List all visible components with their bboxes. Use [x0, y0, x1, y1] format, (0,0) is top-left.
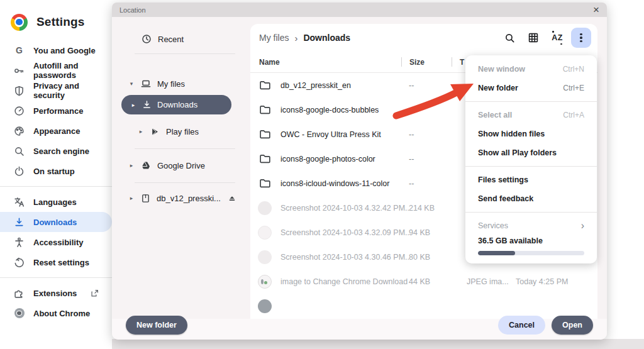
menu-label: Files settings — [478, 175, 528, 184]
sidebar-item-google-drive[interactable]: ▸ Google Drive — [128, 156, 205, 175]
nav-label: Performance — [33, 106, 83, 116]
sidebar-item-autofill[interactable]: Autofill and passwords — [0, 60, 112, 80]
more-options-button[interactable] — [571, 28, 591, 48]
column-header-size[interactable]: Size — [409, 58, 452, 67]
sidebar-item-recent[interactable]: Recent — [142, 30, 184, 48]
file-size: 44 KB — [409, 277, 467, 286]
file-name: icons8-google-photos-color — [280, 155, 409, 163]
folder-icon — [258, 177, 272, 191]
folder-icon — [258, 103, 272, 117]
nav-label: Languages — [33, 197, 77, 207]
file-size: 80 KB — [409, 253, 467, 262]
search-button[interactable] — [499, 28, 519, 48]
nav-label: Accessibility — [33, 238, 84, 247]
sidebar-item-languages[interactable]: Languages — [0, 192, 112, 212]
new-folder-button[interactable]: New folder — [126, 316, 187, 335]
clock-icon — [142, 34, 152, 44]
sidebar-label: db_v12_presski... — [157, 194, 221, 203]
menu-item-services[interactable]: Services › — [465, 216, 597, 235]
open-button[interactable]: Open — [552, 316, 593, 335]
nav-label: Autofill and passwords — [33, 61, 112, 80]
storage-bar — [478, 251, 584, 255]
sidebar-item-removable-drive[interactable]: ▸ db_v12_presski... — [128, 189, 236, 208]
location-dialog: Location × Recent ▾ My files ▸ Downloads… — [112, 3, 607, 340]
sidebar-item-reset-settings[interactable]: Reset settings — [0, 252, 112, 272]
chevron-right-icon[interactable]: ▸ — [130, 102, 136, 108]
sidebar-item-on-startup[interactable]: On startup — [0, 161, 112, 181]
column-divider[interactable] — [452, 57, 452, 67]
eject-icon[interactable] — [228, 194, 236, 202]
sort-button[interactable]: AZ — [547, 28, 567, 48]
play-files-icon — [150, 127, 160, 136]
file-name: Screenshot 2024-10-03 4.32.42 PM.... — [280, 204, 409, 213]
chevron-right-icon[interactable]: ▸ — [138, 128, 144, 135]
image-thumbnail — [258, 201, 272, 215]
sidebar-item-accessibility[interactable]: Accessibility — [0, 232, 112, 252]
sidebar-item-about-chrome[interactable]: About Chrome — [0, 303, 112, 323]
file-date: Today 4:25 PM — [516, 277, 568, 286]
table-row[interactable]: image to Change Chrome Download ... 44 K… — [250, 269, 597, 294]
chevron-right-icon[interactable]: ▸ — [128, 195, 135, 201]
restore-icon — [14, 257, 25, 268]
menu-divider — [465, 166, 597, 167]
file-name: db_v12_presskit_en — [280, 81, 409, 90]
table-row[interactable] — [250, 294, 597, 318]
sidebar-item-you-and-google[interactable]: G You and Google — [0, 40, 112, 60]
file-name: image to Change Chrome Download ... — [280, 277, 409, 286]
sidebar-item-my-files[interactable]: ▾ My files — [128, 74, 185, 93]
column-header-name[interactable]: Name — [259, 58, 401, 67]
nav-label: Extensions — [33, 289, 77, 298]
sidebar-divider — [135, 182, 235, 183]
file-size: -- — [409, 155, 467, 163]
chrome-gray-icon — [14, 308, 25, 319]
breadcrumb-downloads: Downloads — [303, 33, 350, 43]
page-background — [112, 339, 644, 349]
nav-divider — [0, 277, 112, 278]
breadcrumb: My files › Downloads AZ — [250, 24, 597, 52]
sidebar-label: Downloads — [157, 100, 197, 109]
menu-item-show-all-play-folders[interactable]: Show all Play folders — [465, 143, 597, 162]
breadcrumb-chevron-icon: › — [294, 33, 297, 43]
chevron-right-icon: › — [581, 221, 584, 231]
file-name: icons8-google-docs-bubbles — [280, 106, 409, 114]
chevron-down-icon[interactable]: ▾ — [128, 80, 135, 87]
menu-item-send-feedback[interactable]: Send feedback — [465, 189, 597, 208]
image-thumbnail — [258, 250, 272, 264]
nav-label: Search engine — [33, 147, 89, 156]
sidebar-item-appearance[interactable]: Appearance — [0, 121, 112, 141]
sidebar-label: Play files — [166, 127, 199, 136]
sidebar-item-play-files[interactable]: ▸ Play files — [138, 122, 199, 141]
menu-item-files-settings[interactable]: Files settings — [465, 170, 597, 189]
search-icon — [14, 146, 25, 157]
image-thumbnail — [258, 226, 272, 240]
grid-view-button[interactable] — [523, 28, 543, 48]
sidebar-item-privacy[interactable]: Privacy and security — [0, 80, 112, 101]
search-icon — [504, 33, 515, 43]
settings-header: Settings — [0, 0, 112, 33]
file-name: icons8-icloud-windows-11-color — [280, 179, 409, 188]
file-name: Screenshot 2024-10-03 4.32.09 PM.... — [280, 228, 409, 237]
cancel-button[interactable]: Cancel — [498, 316, 545, 335]
sidebar-item-downloads-selected[interactable]: ▸ Downloads — [121, 95, 231, 114]
column-divider[interactable] — [401, 57, 402, 67]
sidebar-label: Google Drive — [157, 161, 205, 170]
menu-item-show-hidden-files[interactable]: Show hidden files — [465, 125, 597, 143]
sidebar-item-downloads[interactable]: Downloads — [0, 212, 112, 232]
menu-label: Send feedback — [478, 194, 533, 203]
breadcrumb-my-files[interactable]: My files — [259, 33, 289, 43]
menu-label: Select all — [478, 111, 512, 119]
translate-icon — [14, 197, 25, 208]
chevron-right-icon[interactable]: ▸ — [128, 162, 135, 169]
menu-shortcut: Ctrl+E — [563, 84, 584, 92]
sidebar-item-search-engine[interactable]: Search engine — [0, 141, 112, 161]
file-size: -- — [409, 179, 467, 188]
settings-nav: G You and Google Autofill and passwords … — [0, 40, 112, 323]
dialog-footer: New folder Cancel Open — [112, 319, 607, 340]
close-icon[interactable]: × — [593, 4, 599, 15]
speedometer-icon — [14, 106, 25, 116]
sidebar-item-performance[interactable]: Performance — [0, 101, 112, 121]
sidebar-item-extensions[interactable]: Extensions — [0, 283, 112, 303]
menu-item-new-folder[interactable]: New folder Ctrl+E — [465, 79, 597, 97]
external-link-icon — [89, 288, 100, 299]
nav-label: You and Google — [33, 46, 96, 55]
